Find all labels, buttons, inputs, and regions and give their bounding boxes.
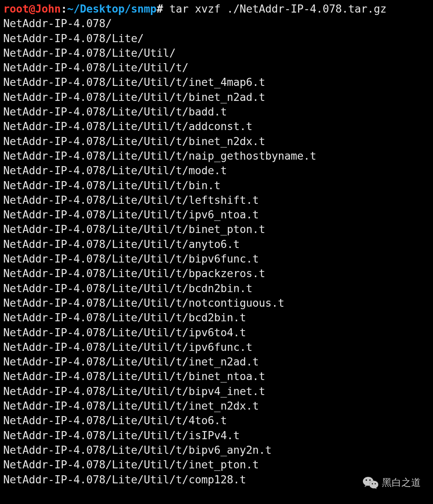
svg-point-4 [369, 479, 371, 481]
output-line: NetAddr-IP-4.078/Lite/Util/t/bipv6_any2n… [3, 444, 272, 456]
output-line: NetAddr-IP-4.078/Lite/Util/t/bipv4_inet.… [3, 385, 265, 397]
output-line: NetAddr-IP-4.078/Lite/Util/t/inet_n2dx.t [3, 399, 259, 412]
output-line: NetAddr-IP-4.078/ [3, 17, 112, 30]
prompt-command: tar xvzf ./NetAddr-IP-4.078.tar.gz [163, 2, 386, 15]
output-line: NetAddr-IP-4.078/Lite/Util/t/bipv6func.t [3, 252, 259, 265]
output-line: NetAddr-IP-4.078/Lite/Util/t/addconst.t [3, 120, 252, 132]
output-line: NetAddr-IP-4.078/Lite/Util/t/bcdn2bin.t [3, 282, 252, 295]
output-line: NetAddr-IP-4.078/Lite/Util/t/inet_4map6.… [3, 76, 265, 88]
output-line: NetAddr-IP-4.078/Lite/Util/t/ipv6func.t [3, 341, 252, 353]
terminal-output[interactable]: root@John:~/Desktop/snmp# tar xvzf ./Net… [0, 0, 433, 487]
output-line: NetAddr-IP-4.078/Lite/Util/t/bcd2bin.t [3, 311, 246, 324]
prompt-line: root@John:~/Desktop/snmp# tar xvzf ./Net… [3, 2, 386, 15]
watermark: 黑白之道 [362, 476, 421, 489]
output-line: NetAddr-IP-4.078/Lite/Util/t/ipv6_ntoa.t [3, 208, 259, 221]
output-line: NetAddr-IP-4.078/Lite/ [3, 32, 144, 45]
output-line: NetAddr-IP-4.078/Lite/Util/t/binet_n2ad.… [3, 91, 265, 103]
output-line: NetAddr-IP-4.078/Lite/Util/t/notcontiguo… [3, 297, 284, 309]
output-line: NetAddr-IP-4.078/Lite/Util/t/anyto6.t [3, 238, 240, 250]
output-line: NetAddr-IP-4.078/Lite/Util/t/naip_gethos… [3, 149, 316, 162]
prompt-hash: # [156, 2, 163, 15]
output-line: NetAddr-IP-4.078/Lite/Util/t/inet_n2ad.t [3, 355, 259, 368]
output-line: NetAddr-IP-4.078/Lite/Util/t/inet_pton.t [3, 458, 259, 471]
prompt-colon: : [61, 2, 67, 15]
output-line: NetAddr-IP-4.078/Lite/Util/t/comp128.t [3, 473, 246, 486]
watermark-text: 黑白之道 [382, 476, 421, 489]
output-line: NetAddr-IP-4.078/Lite/Util/t/leftshift.t [3, 194, 259, 206]
output-line: NetAddr-IP-4.078/Lite/Util/t/bpackzeros.… [3, 267, 265, 280]
output-line: NetAddr-IP-4.078/Lite/Util/t/binet_n2dx.… [3, 135, 265, 147]
output-line: NetAddr-IP-4.078/Lite/Util/t/4to6.t [3, 414, 227, 427]
wechat-icon [362, 476, 379, 489]
prompt-user-host: root@John [3, 2, 61, 15]
output-line: NetAddr-IP-4.078/Lite/Util/ [3, 47, 176, 59]
output-line: NetAddr-IP-4.078/Lite/Util/t/binet_pton.… [3, 223, 265, 235]
svg-point-5 [372, 483, 373, 485]
output-line: NetAddr-IP-4.078/Lite/Util/t/bin.t [3, 179, 221, 192]
svg-point-6 [375, 483, 376, 485]
output-line: NetAddr-IP-4.078/Lite/Util/t/ [3, 61, 189, 74]
output-line: NetAddr-IP-4.078/Lite/Util/t/badd.t [3, 105, 227, 118]
output-line: NetAddr-IP-4.078/Lite/Util/t/isIPv4.t [3, 429, 240, 442]
svg-point-3 [366, 479, 367, 481]
output-line: NetAddr-IP-4.078/Lite/Util/t/mode.t [3, 164, 227, 177]
output-line: NetAddr-IP-4.078/Lite/Util/t/binet_ntoa.… [3, 370, 265, 382]
svg-point-2 [369, 481, 378, 489]
prompt-path: ~/Desktop/snmp [67, 2, 157, 15]
output-line: NetAddr-IP-4.078/Lite/Util/t/ipv6to4.t [3, 326, 246, 339]
